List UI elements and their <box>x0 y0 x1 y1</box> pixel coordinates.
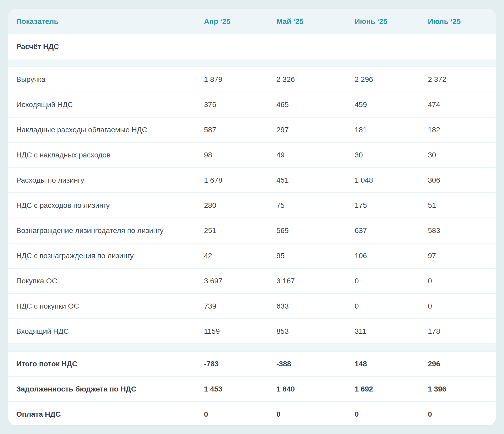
cell-value: 297 <box>276 125 355 134</box>
cell-value: 0 <box>276 410 355 419</box>
cell-value: 178 <box>428 327 496 336</box>
vat-table-card: Показатель Апр ‘25 Май ‘25 Июнь ‘25 Июль… <box>8 9 496 425</box>
cell-value: 42 <box>204 251 276 260</box>
cell-value: 587 <box>204 125 276 134</box>
cell-value: 0 <box>204 410 276 419</box>
cell-value: 569 <box>276 226 355 235</box>
section-row-vat-calculation: Расчёт НДС <box>8 34 496 59</box>
row-label: Оплата НДС <box>8 410 204 419</box>
cell-value: 583 <box>428 226 496 235</box>
cell-value: 306 <box>428 176 496 185</box>
cell-value: 1 396 <box>428 385 496 394</box>
column-header-jul-25: Июль ‘25 <box>428 17 496 26</box>
cell-value: -388 <box>276 359 355 368</box>
row-label: Расходы по лизингу <box>8 176 204 185</box>
row-label: НДС с вознаграждения по лизингу <box>8 251 204 260</box>
cell-value: 0 <box>355 410 428 419</box>
section-title: Расчёт НДС <box>8 42 204 51</box>
table-row-total: Задолженность бюджета по НДС 1 453 1 840… <box>8 376 496 401</box>
cell-value: 97 <box>428 251 496 260</box>
row-label: НДС с расходов по лизингу <box>8 201 204 210</box>
cell-value: 459 <box>355 100 428 109</box>
table-row: Выручка 1 879 2 326 2 296 2 372 <box>8 66 496 92</box>
cell-value: 106 <box>355 251 428 260</box>
table-row: НДС с расходов по лизингу 280 75 175 51 <box>8 192 496 218</box>
cell-value: 1 678 <box>204 176 276 185</box>
column-header-apr-25: Апр ‘25 <box>204 17 276 26</box>
cell-value: 853 <box>276 327 355 336</box>
cell-value: 182 <box>428 125 496 134</box>
cell-value: 1 048 <box>355 176 428 185</box>
cell-value: 637 <box>355 226 428 235</box>
row-label: Вознаграждение лизингодателя по лизингу <box>8 226 204 235</box>
cell-value: 451 <box>276 176 355 185</box>
cell-value: 175 <box>355 201 428 210</box>
cell-value: 280 <box>204 201 276 210</box>
column-header-indicator: Показатель <box>8 17 204 26</box>
cell-value: 0 <box>355 277 428 285</box>
cell-value: 739 <box>204 302 276 311</box>
spacer-row <box>8 343 496 351</box>
cell-value: 1 879 <box>204 75 276 84</box>
table-row: НДС с накладных расходов 98 49 30 30 <box>8 142 496 167</box>
table-row: Исходящий НДС 376 465 459 474 <box>8 92 496 117</box>
column-header-jun-25: Июнь ‘25 <box>355 17 428 26</box>
row-label: НДС с накладных расходов <box>8 151 204 160</box>
row-label: Выручка <box>8 75 204 84</box>
cell-value: 75 <box>276 201 355 210</box>
cell-value: 251 <box>204 226 276 235</box>
row-label: Покупка ОС <box>8 277 204 285</box>
cell-value: 465 <box>276 100 355 109</box>
vat-calculation-page: Показатель Апр ‘25 Май ‘25 Июнь ‘25 Июль… <box>0 0 504 434</box>
cell-value: 2 326 <box>276 75 355 84</box>
cell-value: 49 <box>276 151 355 160</box>
table-row: Накладные расходы облагаемые НДС 587 297… <box>8 117 496 142</box>
cell-value: 474 <box>428 100 496 109</box>
cell-value: 2 372 <box>428 75 496 84</box>
cell-value: 311 <box>355 327 428 336</box>
cell-value: 1 840 <box>276 385 355 394</box>
row-label: Задолженность бюджета по НДС <box>8 385 204 394</box>
cell-value: 51 <box>428 201 496 210</box>
cell-value: 30 <box>355 151 428 160</box>
cell-value: 0 <box>428 410 496 419</box>
cell-value: 0 <box>355 302 428 311</box>
cell-value: 98 <box>204 151 276 160</box>
cell-value: 30 <box>428 151 496 160</box>
cell-value: 296 <box>428 359 496 368</box>
table-row: Вознаграждение лизингодателя по лизингу … <box>8 218 496 243</box>
cell-value: 148 <box>355 359 428 368</box>
column-header-may-25: Май ‘25 <box>276 17 355 26</box>
table-row-total: Оплата НДС 0 0 0 0 <box>8 401 496 425</box>
cell-value: 2 296 <box>355 75 428 84</box>
row-label: Накладные расходы облагаемые НДС <box>8 125 204 134</box>
table-row: Входящий НДС 1159 853 311 178 <box>8 318 496 343</box>
row-label: Входящий НДС <box>8 327 204 336</box>
cell-value: 1 692 <box>355 385 428 394</box>
table-row: Покупка ОС 3 697 3 167 0 0 <box>8 268 496 293</box>
cell-value: 633 <box>276 302 355 311</box>
table-row: НДС с покупки ОС 739 633 0 0 <box>8 293 496 318</box>
row-label: Итого поток НДС <box>8 359 204 368</box>
cell-value: 3 167 <box>276 277 355 285</box>
cell-value: 181 <box>355 125 428 134</box>
cell-value: 0 <box>428 302 496 311</box>
row-label: Исходящий НДС <box>8 100 204 109</box>
cell-value: 1 453 <box>204 385 276 394</box>
cell-value: 0 <box>428 277 496 285</box>
spacer-row <box>8 59 496 66</box>
table-row-total: Итого поток НДС -783 -388 148 296 <box>8 351 496 376</box>
table-row: НДС с вознаграждения по лизингу 42 95 10… <box>8 243 496 268</box>
cell-value: 376 <box>204 100 276 109</box>
table-row: Расходы по лизингу 1 678 451 1 048 306 <box>8 167 496 192</box>
cell-value: 3 697 <box>204 277 276 285</box>
row-label: НДС с покупки ОС <box>8 302 204 311</box>
cell-value: 95 <box>276 251 355 260</box>
table-header-row: Показатель Апр ‘25 Май ‘25 Июнь ‘25 Июль… <box>8 9 496 34</box>
cell-value: -783 <box>204 359 276 368</box>
cell-value: 1159 <box>204 327 276 336</box>
